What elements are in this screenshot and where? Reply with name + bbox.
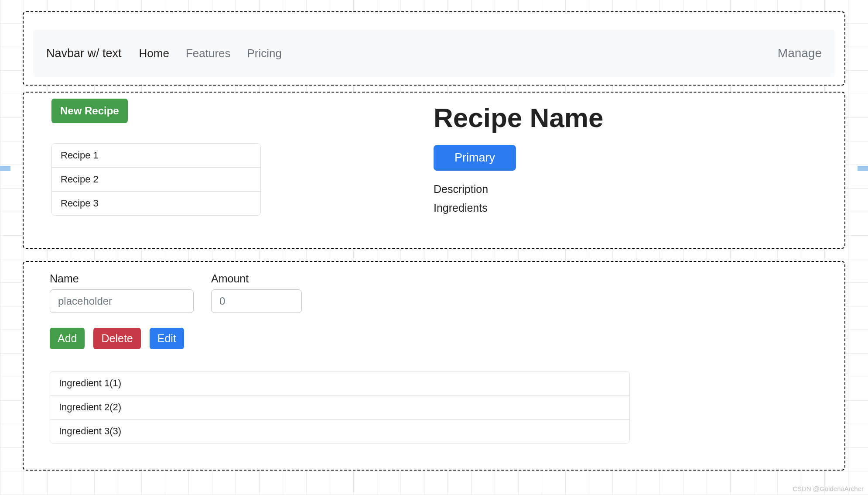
ingredient-list-item[interactable]: Ingredient 3(3) — [50, 419, 629, 443]
watermark: CSDN @GoldenaArcher — [793, 485, 864, 492]
ruler-mark-left — [0, 166, 10, 171]
ingredient-list-item[interactable]: Ingredient 2(2) — [50, 395, 629, 419]
name-form-group: Name — [50, 272, 194, 313]
recipe-container: New Recipe Recipe 1 Recipe 2 Recipe 3 Re… — [23, 92, 845, 249]
recipe-description-label: Description — [434, 183, 603, 196]
navbar: Navbar w/ text Home Features Pricing Man… — [33, 30, 835, 77]
edit-container: Name Amount Add Delete Edit Ingredient 1… — [23, 261, 845, 471]
edit-button[interactable]: Edit — [150, 328, 184, 349]
recipe-ingredients-label: Ingredients — [434, 202, 603, 214]
edit-form-row: Name Amount — [50, 272, 818, 313]
recipe-detail-panel: Recipe Name Primary Description Ingredie… — [434, 103, 603, 220]
name-label: Name — [50, 272, 194, 285]
nav-link-pricing[interactable]: Pricing — [247, 47, 282, 60]
ingredient-list-item[interactable]: Ingredient 1(1) — [50, 371, 629, 395]
new-recipe-button[interactable]: New Recipe — [51, 99, 128, 123]
ruler-mark-right — [858, 166, 868, 171]
ingredient-list: Ingredient 1(1) Ingredient 2(2) Ingredie… — [50, 371, 630, 443]
recipe-left-panel: New Recipe Recipe 1 Recipe 2 Recipe 3 — [51, 99, 261, 216]
amount-input[interactable] — [211, 289, 302, 313]
amount-form-group: Amount — [211, 272, 302, 313]
nav-link-features[interactable]: Features — [186, 47, 231, 60]
name-input[interactable] — [50, 289, 194, 313]
recipe-list: Recipe 1 Recipe 2 Recipe 3 — [51, 143, 261, 216]
recipe-meta: Description Ingredients — [434, 183, 603, 214]
add-button[interactable]: Add — [50, 328, 85, 349]
edit-button-row: Add Delete Edit — [50, 328, 818, 349]
navbar-container: Navbar w/ text Home Features Pricing Man… — [23, 11, 845, 86]
nav-link-home[interactable]: Home — [139, 47, 169, 60]
amount-label: Amount — [211, 272, 302, 285]
recipe-list-item[interactable]: Recipe 3 — [52, 192, 260, 215]
nav-link-manage[interactable]: Manage — [778, 46, 822, 60]
recipe-title: Recipe Name — [434, 103, 603, 133]
navbar-brand: Navbar w/ text — [46, 47, 122, 60]
recipe-primary-button[interactable]: Primary — [434, 145, 516, 171]
recipe-list-item[interactable]: Recipe 1 — [52, 144, 260, 168]
recipe-list-item[interactable]: Recipe 2 — [52, 168, 260, 192]
delete-button[interactable]: Delete — [93, 328, 140, 349]
